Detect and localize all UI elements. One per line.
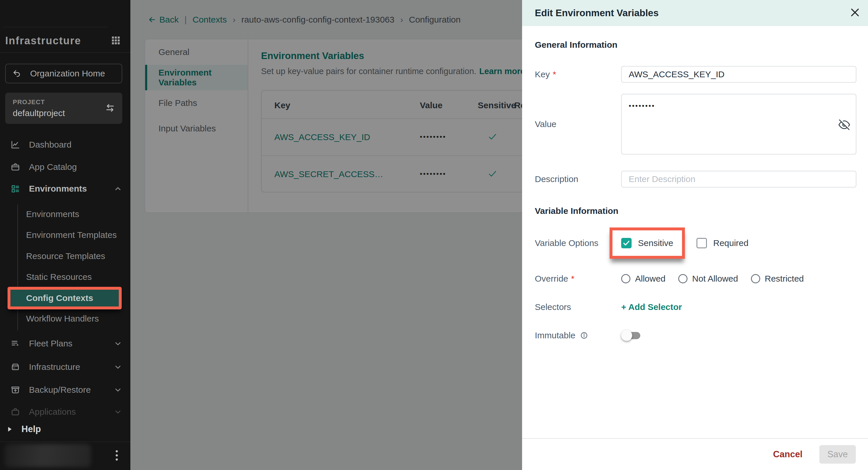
app-catalog-label: App Catalog (29, 162, 77, 172)
drawer-footer: Cancel Save (522, 438, 868, 470)
masked-value: •••••••• (420, 170, 446, 178)
sidebar-item-backup-restore[interactable]: Backup/Restore (0, 379, 130, 401)
sensitive-check-icon (487, 131, 498, 142)
swap-project-icon[interactable] (105, 103, 115, 113)
variable-key-link[interactable]: AWS_SECRET_ACCESS… (274, 169, 383, 179)
sidebar-divider (3, 27, 107, 27)
description-label: Description (535, 174, 621, 184)
sidebar-item-environments-child[interactable]: Environments (0, 204, 130, 225)
toggle-knob (621, 330, 632, 341)
back-label: Back (159, 15, 179, 25)
radio-not-allowed[interactable]: Not Allowed (678, 274, 738, 283)
applications-icon (10, 407, 20, 417)
user-account-blurred[interactable] (5, 444, 91, 467)
eye-off-icon[interactable] (838, 119, 850, 131)
project-name: defaultproject (13, 108, 65, 118)
organization-home-button[interactable]: Organization Home (5, 64, 122, 83)
cancel-button[interactable]: Cancel (773, 449, 803, 460)
key-input[interactable] (621, 66, 857, 83)
back-arrow-icon (148, 15, 156, 24)
sidebar-item-infrastructure[interactable]: Infrastructure (0, 356, 130, 378)
tab-general[interactable]: General (145, 39, 248, 65)
learn-more-link[interactable]: Learn more (479, 67, 522, 76)
project-switcher[interactable]: PROJECT defaultproject (5, 93, 122, 124)
configuration-card: General Environment Variables File Paths… (145, 39, 522, 213)
chevron-up-icon[interactable] (114, 184, 122, 193)
radio-allowed-label: Allowed (635, 274, 665, 283)
sidebar-item-app-catalog[interactable]: App Catalog (0, 156, 130, 178)
app-launcher-icon[interactable] (111, 35, 121, 45)
breadcrumb-contexts[interactable]: Contexts (193, 15, 227, 25)
required-asterisk: * (571, 274, 575, 283)
sidebar-divider (0, 442, 130, 442)
panel-description: Set up key-value pairs for container run… (261, 67, 522, 76)
breadcrumb-pipe: | (185, 15, 187, 25)
description-input[interactable] (621, 171, 857, 188)
section-variable-information: Variable Information (535, 206, 857, 216)
back-button[interactable]: Back (148, 15, 179, 25)
immutable-toggle-off[interactable] (621, 329, 640, 341)
save-button[interactable]: Save (819, 445, 856, 464)
help-expand-icon (6, 426, 13, 433)
radio-restricted[interactable]: Restricted (751, 274, 804, 283)
sensitive-checkbox-label[interactable]: Sensitive (638, 238, 673, 248)
table-row: AWS_ACCESS_KEY_ID •••••••• (261, 119, 522, 156)
environment-variables-panel: Environment Variables Set up key-value p… (248, 39, 522, 212)
sidebar-item-environment-templates[interactable]: Environment Templates (0, 225, 130, 245)
sidebar-item-dashboard[interactable]: Dashboard (0, 134, 130, 156)
config-contexts-highlight-box: Config Contexts (7, 287, 122, 309)
info-icon[interactable] (580, 331, 588, 339)
override-radio-group: Allowed Not Allowed Restricted (621, 274, 804, 283)
key-label-text: Key (535, 69, 550, 79)
column-header-key: Key (274, 100, 290, 110)
required-asterisk: * (553, 69, 556, 79)
sensitive-check-icon (487, 168, 498, 179)
radio-allowed[interactable]: Allowed (621, 274, 665, 283)
variable-options-label: Variable Options (535, 238, 621, 248)
configuration-subnav: General Environment Variables File Paths… (145, 39, 248, 212)
immutable-row: Immutable (535, 329, 857, 341)
chevron-down-icon[interactable] (114, 385, 122, 394)
main-content: Back | Contexts › rauto-aws-config-confi… (130, 0, 522, 470)
sidebar-item-environments[interactable]: Environments (0, 178, 130, 200)
table-header-row: Key Value Sensitive Re (261, 91, 522, 119)
organization-home-label: Organization Home (30, 69, 105, 78)
radio-circle-icon (678, 274, 687, 283)
sidebar-item-workflow-handlers[interactable]: Workflow Handlers (0, 308, 130, 329)
override-row: Override * Allowed Not Allowed (535, 274, 857, 283)
drawer-title: Edit Environment Variables (535, 7, 658, 19)
applications-label: Applications (29, 407, 76, 417)
sidebar-item-config-contexts[interactable]: Config Contexts (10, 293, 93, 303)
section-general-information: General Information (535, 40, 857, 50)
help-button[interactable]: Help (0, 421, 130, 437)
breadcrumb: Back | Contexts › rauto-aws-config-confi… (148, 11, 461, 28)
override-label: Override * (535, 274, 621, 283)
chevron-down-icon[interactable] (114, 339, 122, 348)
sidebar-item-fleet-plans[interactable]: Fleet Plans (0, 333, 130, 355)
sidebar-item-applications[interactable]: Applications (0, 401, 130, 423)
chevron-down-icon[interactable] (114, 407, 122, 416)
masked-value: •••••••• (420, 133, 446, 141)
sensitive-highlight-box: Sensitive (610, 228, 685, 259)
user-menu-kebab-icon[interactable] (112, 448, 122, 463)
sensitive-checkbox[interactable] (621, 238, 631, 248)
sidebar: Infrastructure Organization Home PROJECT… (0, 0, 130, 470)
add-selector-link[interactable]: + Add Selector (621, 302, 682, 312)
sidebar-item-resource-templates[interactable]: Resource Templates (0, 246, 130, 267)
fleet-plans-icon (10, 339, 20, 348)
value-textarea[interactable]: •••••••• (621, 94, 857, 155)
variable-options-row: Variable Options Sensitive Required (535, 228, 857, 259)
chevron-down-icon[interactable] (114, 363, 122, 371)
tab-input-variables[interactable]: Input Variables (145, 116, 248, 141)
close-icon[interactable] (848, 6, 862, 19)
drawer-body: General Information Key * Value •••••••• (522, 40, 868, 341)
tab-environment-variables[interactable]: Environment Variables (145, 65, 248, 90)
variable-key-link[interactable]: AWS_ACCESS_KEY_ID (274, 132, 370, 142)
sidebar-item-static-resources[interactable]: Static Resources (0, 267, 130, 288)
required-checkbox[interactable] (696, 238, 707, 248)
required-checkbox-label[interactable]: Required (713, 238, 749, 248)
environments-label: Environments (29, 184, 87, 194)
environments-icon (10, 184, 20, 194)
tab-file-paths[interactable]: File Paths (145, 90, 248, 116)
override-label-text: Override (535, 274, 568, 283)
